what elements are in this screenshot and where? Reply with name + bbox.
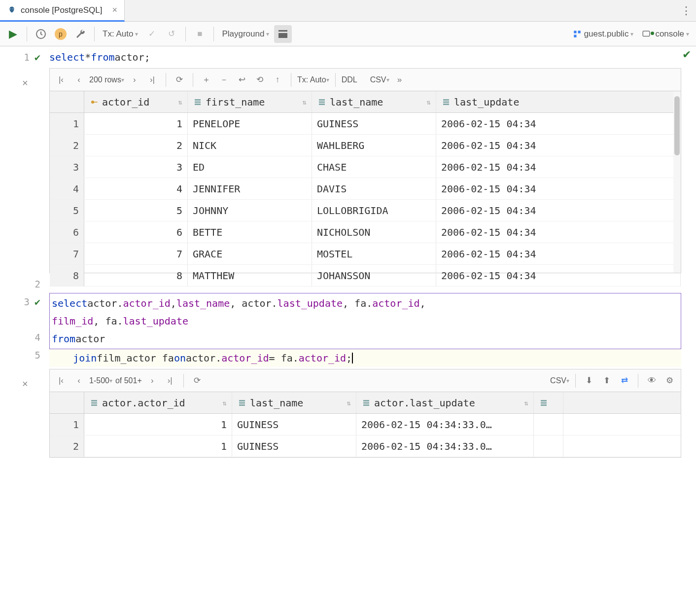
svg-rect-21 [91, 402, 97, 403]
svg-rect-27 [363, 402, 369, 403]
sql-line-3b[interactable]: film_id, fa.last_update [52, 312, 679, 330]
svg-point-9 [91, 101, 94, 104]
gutter: 2 3✔ 4 5 [0, 273, 49, 369]
svg-rect-11 [195, 99, 201, 101]
sql-line-5[interactable]: join film_actor fa on actor.actor_id = f… [49, 349, 681, 367]
table-row[interactable]: 11GUINESS2006-02-15 04:34:33.0… [50, 414, 681, 435]
session-dropdown[interactable]: console ▾ [638, 25, 692, 43]
svg-rect-24 [239, 402, 245, 403]
tx-mode-dropdown[interactable]: Tx: Auto ▾ [100, 25, 141, 43]
view-icon[interactable]: 👁 [644, 376, 659, 386]
schema-dropdown[interactable]: guest.public ▾ [569, 25, 637, 43]
svg-rect-20 [91, 400, 97, 401]
svg-rect-6 [578, 31, 580, 33]
table-row[interactable]: 88MATTHEWJOHANSSON2006-02-15 04:34 [50, 265, 681, 287]
column-icon [89, 398, 99, 408]
commit-icon[interactable]: ✓ [143, 25, 161, 43]
table-row[interactable]: 55JOHNNYLOLLOBRIGIDA2006-02-15 04:34 [50, 200, 681, 221]
svg-rect-4 [278, 33, 287, 38]
wrench-icon[interactable] [71, 25, 89, 43]
result1-toolbar: |‹ ‹ 200 rows ▾ › ›| ⟳ ＋ － ↩ ⟲ ↑ Tx: Aut… [50, 69, 681, 91]
svg-rect-13 [195, 104, 201, 105]
in-progress-icon[interactable]: p [52, 25, 70, 43]
svg-rect-26 [363, 400, 369, 401]
result-panel-2: × |‹ ‹ 1-500 ▾ of 501+ › ›| ⟳ CSV ▾ ⬇ ⬆ … [49, 369, 681, 458]
svg-rect-29 [541, 400, 547, 401]
table-row[interactable]: 21GUINESS2006-02-15 04:34:33.0… [50, 435, 681, 457]
csv-dropdown[interactable]: CSV ▾ [370, 75, 389, 84]
run-gutter-icon[interactable]: ✔ [35, 51, 40, 63]
add-row-icon[interactable]: ＋ [199, 74, 214, 85]
in-editor-results-toggle[interactable] [274, 25, 292, 43]
preview-changes-icon[interactable]: ⟲ [252, 74, 267, 85]
sql-line-1[interactable]: select * from actor; [49, 48, 696, 66]
compare-icon[interactable]: ⇄ [617, 375, 632, 386]
playground-label: Playground [222, 29, 264, 39]
tx-dropdown[interactable]: Tx: Auto ▾ [297, 75, 329, 84]
table-row[interactable]: 44JENNIFERDAVIS2006-02-15 04:34 [50, 178, 681, 200]
svg-rect-5 [574, 31, 576, 33]
sql-editor[interactable]: 2 3✔ 4 5 select actor.actor_id, last_nam… [0, 273, 696, 369]
svg-rect-7 [574, 35, 576, 37]
sql-line-3[interactable]: select actor.actor_id, last_name, actor.… [52, 294, 679, 312]
history-icon[interactable] [32, 25, 50, 43]
row-count-dropdown[interactable]: 200 rows ▾ [89, 75, 124, 84]
sql-editor[interactable]: 1✔ select * from actor; [0, 46, 696, 68]
last-page-icon[interactable]: ›| [145, 75, 160, 85]
prev-page-icon[interactable]: ‹ [71, 75, 86, 85]
column-icon [237, 398, 247, 408]
submit-icon[interactable]: ↑ [270, 75, 285, 85]
tab-options-icon[interactable]: ⋮ [676, 0, 696, 21]
table-row[interactable]: 11PENELOPEGUINESS2006-02-15 04:34 [50, 113, 681, 135]
svg-rect-12 [195, 101, 201, 103]
svg-point-0 [10, 8, 11, 9]
rollback-icon[interactable]: ↺ [163, 25, 180, 43]
tab-console[interactable]: console [PostgreSQL] × [0, 0, 125, 22]
result2-grid[interactable]: actor.actor_id⇅ last_name⇅ actor.last_up… [50, 392, 681, 457]
import-icon[interactable]: ⬆ [599, 375, 614, 386]
column-icon [193, 97, 203, 107]
delete-row-icon[interactable]: － [217, 74, 232, 85]
inspection-ok-icon[interactable]: ✔ [682, 48, 691, 61]
table-row[interactable]: 33EDCHASE2006-02-15 04:34 [50, 156, 681, 178]
highlighted-statement: select actor.actor_id, last_name, actor.… [49, 293, 681, 349]
prev-page-icon[interactable]: ‹ [71, 376, 86, 386]
table-row[interactable]: 22NICKWAHLBERG2006-02-15 04:34 [50, 135, 681, 156]
last-page-icon[interactable]: ›| [163, 376, 177, 386]
close-result-icon[interactable]: × [22, 378, 28, 390]
playground-dropdown[interactable]: Playground ▾ [219, 25, 272, 43]
page-range-dropdown[interactable]: 1-500 ▾ [89, 376, 112, 385]
next-page-icon[interactable]: › [127, 75, 142, 85]
first-page-icon[interactable]: |‹ [54, 376, 69, 386]
csv-dropdown[interactable]: CSV ▾ [550, 376, 569, 385]
run-button[interactable]: ▶ [4, 25, 22, 43]
postgresql-icon [7, 5, 17, 15]
svg-rect-8 [643, 31, 650, 36]
result1-scrollbar[interactable] [673, 91, 681, 273]
console-icon [641, 29, 651, 39]
table-row[interactable]: 66BETTENICHOLSON2006-02-15 04:34 [50, 221, 681, 243]
export-icon[interactable]: ⬇ [582, 375, 596, 386]
stop-icon[interactable]: ■ [191, 25, 209, 43]
ddl-button[interactable]: DDL [342, 75, 357, 84]
close-result-icon[interactable]: × [22, 77, 28, 89]
svg-point-1 [13, 8, 14, 9]
reload-icon[interactable]: ⟳ [172, 74, 187, 85]
result2-toolbar: |‹ ‹ 1-500 ▾ of 501+ › ›| ⟳ CSV ▾ ⬇ ⬆ ⇄ … [50, 369, 681, 392]
result-panel-1: × |‹ ‹ 200 rows ▾ › ›| ⟳ ＋ － ↩ ⟲ ↑ Tx: A… [49, 68, 681, 273]
close-icon[interactable]: × [112, 5, 117, 15]
next-page-icon[interactable]: › [145, 376, 160, 386]
schema-label: guest.public [584, 29, 629, 39]
schema-icon [572, 29, 582, 39]
settings-icon[interactable]: ⚙ [662, 375, 677, 386]
result1-grid[interactable]: actor_id⇅ first_name⇅ last_name⇅ last_up… [50, 91, 681, 287]
reload-icon[interactable]: ⟳ [190, 375, 205, 386]
svg-rect-28 [363, 404, 369, 406]
table-row[interactable]: 77GRACEMOSTEL2006-02-15 04:34 [50, 243, 681, 265]
run-gutter-icon[interactable]: ✔ [35, 296, 40, 308]
svg-rect-30 [541, 402, 547, 403]
revert-icon[interactable]: ↩ [235, 74, 249, 85]
first-page-icon[interactable]: |‹ [54, 75, 69, 85]
more-icon[interactable]: » [392, 75, 407, 85]
sql-line-4[interactable]: from actor [52, 330, 679, 348]
